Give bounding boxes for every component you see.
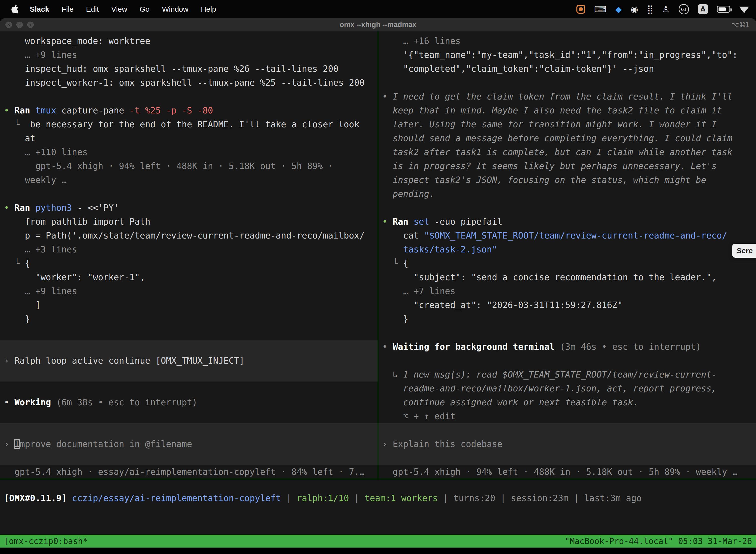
text-segment: gpt-5.4 xhigh · essay/ai-reimplementatio… (4, 467, 365, 477)
menubar-item-file[interactable]: File (62, 5, 73, 13)
menubar-item-help[interactable]: Help (201, 5, 216, 13)
text-segment: ] (4, 300, 41, 310)
text-segment: … +16 lines (382, 36, 460, 46)
tmux-host-clock: "MacBook-Pro-44.local" 05:03 31-Mar-26 (565, 536, 752, 546)
text-segment: readme-and-reco/mailbox/worker-1.json, a… (382, 384, 717, 393)
text-segment: └ (4, 119, 30, 129)
text-segment: gpt-5.4 xhigh · 94% left · 488K in · 5.1… (4, 161, 333, 171)
text-segment: set (414, 217, 429, 227)
menubar-menus: FileEditViewGoWindowHelp (62, 5, 216, 13)
text-segment: weekly … (4, 175, 67, 185)
close-button[interactable]: ✕ (5, 21, 12, 28)
text-segment: Ran (14, 203, 30, 213)
text-segment: (6m 38s • esc to interrupt) (51, 397, 197, 407)
terminal-line: • Waiting for background terminal (3m 46… (382, 340, 752, 354)
input-source-icon[interactable]: A (698, 4, 708, 14)
terminal-line (4, 90, 374, 104)
text-segment: ↳ 1 new msg(s): read $OMX_TEAM_STATE_ROO… (382, 370, 717, 380)
text-segment: Ran (393, 217, 408, 227)
gauge-icon[interactable]: 61 (679, 4, 689, 14)
text-segment: session:23m (511, 493, 568, 503)
text-segment: inspect_worker-1: omx sparkshell --tmux-… (4, 78, 365, 88)
terminal-line (382, 326, 752, 340)
text-segment: • (382, 342, 393, 352)
terminal-line: • Ran tmux capture-pane -t %25 -p -S -80 (4, 104, 374, 117)
text-segment: Working (14, 397, 51, 407)
active-app-menu[interactable]: Slack (30, 5, 49, 13)
prompt-input-box[interactable]: › Improve documentation in @filename (0, 423, 378, 465)
terminal-line: keep that in mind. Maybe I also need the… (382, 104, 752, 117)
window-title: omx --xhigh --madmax (339, 20, 416, 29)
keyboard-icon[interactable]: ⌨ (594, 4, 607, 14)
tmux-status-bar: [omx-cczip0:bash* "MacBook-Pro-44.local"… (0, 535, 756, 548)
window-titlebar[interactable]: ✕ − + omx --xhigh --madmax ⌥⌘1 (0, 18, 756, 31)
text-segment: { (403, 258, 408, 268)
prompt-input-box[interactable]: › Ralph loop active continue [OMX_TMUX_I… (0, 340, 378, 382)
text-segment: … +3 lines (4, 244, 77, 255)
terminal-line: └ { (4, 257, 374, 270)
text-segment: | (438, 493, 453, 503)
terminal-line: weekly … (4, 173, 374, 187)
wifi-icon[interactable] (739, 5, 749, 13)
omx-status-line: [OMX#0.11.9] cczip/essay/ai-reimplementa… (0, 491, 756, 505)
text-segment: "$OMX_TEAM_STATE_ROOT/team/review-curren… (424, 231, 727, 240)
text-segment: └ (4, 258, 25, 268)
text-segment: ralph:1/10 (297, 493, 349, 503)
prompt-input-box[interactable]: › Explain this codebase (378, 423, 756, 465)
terminal-line (4, 326, 374, 340)
text-segment: › (382, 439, 393, 449)
record-stop-icon[interactable] (576, 5, 585, 14)
spark-icon[interactable]: ◆ (615, 4, 622, 14)
text-segment (67, 493, 72, 503)
text-segment: | (349, 493, 365, 503)
text-segment: - <<'PY' (72, 203, 119, 213)
text-segment: (3m 46s • esc to interrupt) (555, 342, 701, 352)
text-segment: | (281, 493, 297, 503)
text-segment: › (4, 356, 14, 366)
apple-icon (11, 5, 18, 14)
text-segment: should send a message before completing … (382, 133, 733, 143)
text-segment: keep that in mind. Maybe I also need the… (382, 106, 722, 115)
terminal-line: tasks/task-2.json" (382, 242, 752, 257)
text-segment: ⌥ + ↑ edit (382, 411, 455, 421)
terminal-line: … +9 lines (4, 48, 374, 62)
menubar-item-edit[interactable]: Edit (86, 5, 99, 13)
text-segment: pending. (382, 189, 435, 199)
terminal-line: task2 after task1 is complete, but can I… (382, 145, 752, 159)
text-segment: } (382, 314, 408, 324)
text-segment: [OMX#0.11.9] (4, 493, 67, 503)
text-segment: I (14, 439, 19, 449)
terminal-line: … +9 lines (4, 284, 374, 298)
text-segment: at (4, 133, 35, 143)
menubar-item-view[interactable]: View (111, 5, 127, 13)
zoom-button[interactable]: + (27, 21, 34, 28)
app-circle-icon[interactable]: ◉ (631, 4, 638, 14)
terminal-line: … +110 lines (4, 145, 374, 159)
screen-tooltip[interactable]: Scre (732, 244, 756, 258)
text-segment: • (4, 106, 14, 115)
text-segment: tmux (35, 106, 56, 115)
battery-icon[interactable] (717, 6, 730, 13)
terminal-pane-right[interactable]: … +16 lines '{"team_name":"my-team","tas… (378, 31, 756, 479)
text-segment: continue assigned work or next feasible … (382, 397, 638, 407)
text-segment: -t %25 -p -S -80 (129, 106, 213, 115)
text-segment (408, 217, 414, 227)
text-segment: from pathlib import Path (4, 217, 150, 227)
text-segment: "worker": "worker-1", (4, 272, 145, 282)
text-segment: is in progress? It seems likely but perh… (382, 161, 717, 171)
text-segment: cczip/essay/ai-reimplementation-copyleft (72, 493, 281, 503)
text-segment: -euo pipefail (429, 217, 503, 227)
dots-grid-icon[interactable]: ⣿ (647, 4, 653, 14)
terminal-line: "completed","claim_token":"claim-token"}… (382, 62, 752, 76)
text-segment: inspect task2's JSON, focusing on the st… (382, 175, 706, 185)
text-segment: "completed","claim_token":"claim-token"}… (382, 64, 654, 74)
terminal-line: } (382, 312, 752, 326)
menubar-item-go[interactable]: Go (140, 5, 149, 13)
text-segment: | (568, 493, 584, 503)
minimize-button[interactable]: − (16, 21, 23, 28)
ghost-icon[interactable]: ♙ (662, 4, 670, 14)
text-segment: • (4, 203, 14, 213)
menubar-item-window[interactable]: Window (162, 5, 189, 13)
terminal-pane-left[interactable]: workspace_mode: worktree … +9 lines insp… (0, 31, 378, 479)
apple-menu[interactable] (11, 4, 19, 14)
